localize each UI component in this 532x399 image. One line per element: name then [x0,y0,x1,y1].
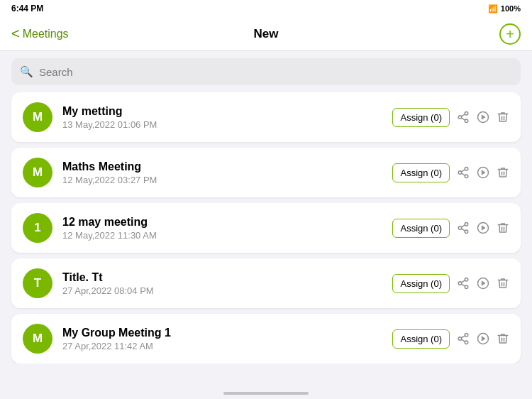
status-right: 📶 100% [488,4,521,13]
svg-line-3 [461,118,465,120]
svg-marker-20 [482,226,486,230]
assign-button[interactable]: Assign (0) [392,274,450,293]
share-icon[interactable] [457,166,470,179]
meeting-info: Title. Tt 27 Apr,2022 08:04 PM [62,271,382,296]
search-input[interactable] [39,66,512,78]
back-arrow-icon: < [11,26,20,42]
meeting-card: M Maths Meeting 12 May,2022 03:27 PM Ass… [11,148,521,197]
svg-line-31 [461,339,465,341]
svg-line-25 [461,280,465,283]
meeting-date: 12 May,2022 11:30 AM [62,230,382,241]
svg-marker-34 [482,337,486,341]
play-icon[interactable] [477,277,489,290]
add-button[interactable]: + [499,23,521,45]
nav-right: + [450,23,521,45]
svg-line-10 [461,173,465,175]
share-icon[interactable] [457,111,470,124]
meeting-actions: Assign (0) [392,274,509,293]
meeting-avatar: M [23,102,52,132]
svg-line-32 [461,336,465,338]
back-label: Meetings [23,28,69,40]
delete-icon[interactable] [497,222,509,234]
svg-line-18 [461,225,465,227]
assign-button[interactable]: Assign (0) [392,163,450,182]
meeting-avatar: T [23,268,52,298]
share-icon[interactable] [457,277,470,290]
share-icon[interactable] [457,332,470,345]
meeting-date: 27 Apr,2022 11:42 AM [62,341,382,351]
nav-center: New [82,27,450,41]
search-icon: 🔍 [20,65,33,78]
search-bar: 🔍 [11,58,521,85]
meeting-card: M My metting 13 May,2022 01:06 PM Assign… [11,92,521,142]
meetings-list: M My metting 13 May,2022 01:06 PM Assign… [0,92,532,364]
meeting-card: T Title. Tt 27 Apr,2022 08:04 PM Assign … [11,258,521,308]
svg-line-24 [461,284,465,286]
meeting-title: Maths Meeting [62,160,382,173]
status-time: 6:44 PM [11,4,43,13]
delete-icon[interactable] [497,111,509,124]
meeting-actions: Assign (0) [392,163,509,182]
battery-text: 100% [501,4,521,13]
meeting-title: My Group Meeting 1 [62,327,382,339]
meeting-avatar: 1 [23,213,52,243]
svg-marker-13 [482,170,486,175]
svg-marker-6 [482,115,486,119]
meeting-avatar: M [23,324,52,354]
meeting-date: 12 May,2022 03:27 PM [62,175,382,185]
play-icon[interactable] [477,111,489,124]
search-container: 🔍 [0,51,532,92]
svg-marker-27 [482,281,486,285]
delete-icon[interactable] [497,277,509,290]
delete-icon[interactable] [497,166,509,179]
meeting-actions: Assign (0) [392,329,509,349]
delete-icon[interactable] [497,332,509,345]
nav-bar: < Meetings New + [0,17,532,51]
svg-line-4 [461,114,465,116]
assign-button[interactable]: Assign (0) [392,329,450,349]
meeting-card: M My Group Meeting 1 27 Apr,2022 11:42 A… [11,314,521,364]
play-icon[interactable] [477,166,489,179]
play-icon[interactable] [477,332,489,345]
meeting-date: 13 May,2022 01:06 PM [62,119,382,130]
meeting-title: Title. Tt [62,271,382,284]
meeting-info: My metting 13 May,2022 01:06 PM [62,105,382,130]
meeting-info: Maths Meeting 12 May,2022 03:27 PM [62,160,382,185]
plus-icon: + [506,27,514,41]
home-indicator [223,392,309,395]
play-icon[interactable] [477,222,489,234]
meeting-info: 12 may meeting 12 May,2022 11:30 AM [62,216,382,241]
meeting-actions: Assign (0) [392,219,509,238]
meeting-avatar: M [23,158,52,187]
meeting-actions: Assign (0) [392,108,509,127]
meeting-title: My metting [62,105,382,118]
back-button[interactable]: < Meetings [11,26,82,42]
meeting-title: 12 may meeting [62,216,382,229]
assign-button[interactable]: Assign (0) [392,108,450,127]
svg-line-11 [461,170,465,172]
meeting-date: 27 Apr,2022 08:04 PM [62,285,382,296]
meeting-card: 1 12 may meeting 12 May,2022 11:30 AM As… [11,203,521,253]
meeting-info: My Group Meeting 1 27 Apr,2022 11:42 AM [62,327,382,351]
assign-button[interactable]: Assign (0) [392,219,450,238]
status-bar: 6:44 PM 📶 100% [0,0,532,17]
share-icon[interactable] [457,222,470,234]
page-title: New [254,27,279,40]
svg-line-17 [461,229,465,231]
wifi-icon: 📶 [488,4,498,13]
